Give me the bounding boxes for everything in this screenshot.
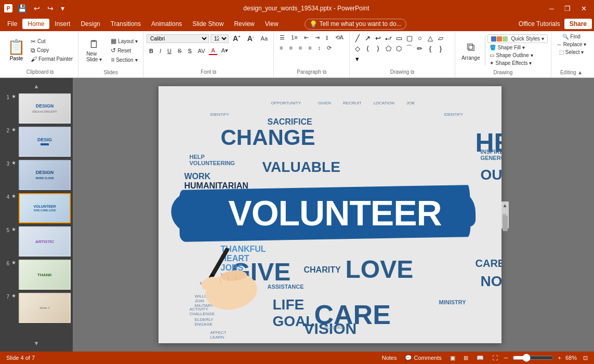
slide-item-6[interactable]: 6 ★ THANK <box>2 260 71 290</box>
slide-item-1[interactable]: 1 ★ DESIGNIDEA●CONCEPT <box>2 93 71 124</box>
menu-transitions[interactable]: Transitions <box>105 19 146 29</box>
increase-indent-btn[interactable]: ⇥ <box>312 33 322 42</box>
text-direction-btn[interactable]: ⟲A <box>333 33 346 42</box>
shape-u-turn[interactable]: ⮐ <box>384 33 393 43</box>
increase-font-btn[interactable]: A+ <box>230 33 243 44</box>
shape-brace-r[interactable]: } <box>436 44 445 53</box>
slide-item-3[interactable]: 3 ★ DESIGNWORD CLOUD <box>2 160 71 190</box>
align-right-btn[interactable]: ≡ <box>296 44 305 52</box>
shape-freeform[interactable]: ✏ <box>415 44 425 53</box>
undo-quick-btn[interactable]: ↩ <box>32 3 42 14</box>
minimize-btn[interactable]: ─ <box>546 4 557 14</box>
section-button[interactable]: ≡ Section ▾ <box>109 56 140 64</box>
menu-review[interactable]: Review <box>229 19 259 29</box>
font-size-select[interactable]: 12 14 18 24 <box>210 34 229 43</box>
italic-btn[interactable]: I <box>157 47 164 55</box>
comments-btn[interactable]: 💬 Comments <box>403 354 443 362</box>
text-highlight-btn[interactable]: A▾ <box>219 46 231 55</box>
line-spacing-btn[interactable]: ↕ <box>315 44 324 52</box>
shape-chevron-l[interactable]: ⟨ <box>363 44 373 53</box>
slide-sorter-btn[interactable]: ⊞ <box>461 354 470 362</box>
underline-btn[interactable]: U <box>165 47 174 55</box>
clipboard-expand-icon[interactable]: ⧉ <box>50 69 54 75</box>
slide-thumb-4[interactable]: VOLUNTEERGIVE CARE LOVE <box>19 193 71 223</box>
slide-show-btn[interactable]: ⛶ <box>490 354 500 361</box>
layout-button[interactable]: ▦ Layout ▾ <box>109 37 140 45</box>
menu-home[interactable]: Home <box>22 19 49 29</box>
ribbon-collapse-btn[interactable]: ▲ <box>577 70 583 75</box>
replace-button[interactable]: ↔ Replace ▾ <box>555 41 588 48</box>
paste-button[interactable]: 📋 Paste <box>5 37 28 62</box>
slide-item-5[interactable]: 5 ★ ARTISTIC <box>2 226 71 257</box>
shape-chevron-r[interactable]: ⟩ <box>374 44 383 53</box>
new-slide-button[interactable]: 🗒 NewSlide ▾ <box>82 35 107 66</box>
copy-button[interactable]: ⧉ Copy <box>29 46 75 55</box>
quick-styles-button[interactable]: Quick Styles ▾ <box>487 34 547 43</box>
restore-btn[interactable]: ❐ <box>561 4 574 14</box>
slide-item-4[interactable]: 4 ★ VOLUNTEERGIVE CARE LOVE <box>2 193 71 223</box>
font-expand-icon[interactable]: ⧉ <box>213 69 216 75</box>
menu-file[interactable]: File <box>2 19 22 29</box>
notes-btn[interactable]: Notes <box>380 354 399 361</box>
menu-slideshow[interactable]: Slide Show <box>187 19 229 29</box>
shape-parallelogram[interactable]: ▱ <box>436 33 445 43</box>
tell-me-input[interactable]: 💡 Tell me what you want to do... <box>305 19 406 30</box>
redo-quick-btn[interactable]: ↪ <box>45 3 56 14</box>
shape-hexagon[interactable]: ⬡ <box>394 44 404 53</box>
shape-pentagon[interactable]: ⬠ <box>384 44 393 53</box>
zoom-slider[interactable] <box>512 354 554 362</box>
shadow-btn[interactable]: S <box>185 47 194 55</box>
office-tutorials-link[interactable]: Office Tutorials <box>514 19 564 29</box>
bullets-btn[interactable]: ☰ <box>277 33 287 42</box>
clear-format-btn[interactable]: Aa <box>258 34 270 43</box>
strikethrough-btn[interactable]: S <box>175 47 184 55</box>
close-btn[interactable]: ✕ <box>578 4 590 14</box>
bold-btn[interactable]: B <box>147 47 156 55</box>
cut-button[interactable]: ✂ Cut <box>29 37 75 46</box>
save-quick-btn[interactable]: 💾 <box>16 3 29 14</box>
scroll-up-btn[interactable]: ▲ <box>501 201 509 209</box>
share-button[interactable]: Share <box>564 19 592 29</box>
zoom-minus-btn[interactable]: ─ <box>504 355 508 361</box>
arrange-button[interactable]: ⧉ Arrange <box>458 35 483 66</box>
shape-outline-button[interactable]: ▭ Shape Outline ▾ <box>487 52 547 59</box>
convert-smartart-btn[interactable]: ⟳ <box>324 44 334 52</box>
decrease-font-btn[interactable]: A- <box>245 33 257 44</box>
menu-animations[interactable]: Animations <box>146 19 187 29</box>
para-expand-icon[interactable]: ⧉ <box>323 69 326 75</box>
numbering-btn[interactable]: 1≡ <box>288 33 300 42</box>
customize-quick-btn[interactable]: ▾ <box>59 3 67 14</box>
reading-view-btn[interactable]: 📖 <box>474 354 486 362</box>
shape-triangle[interactable]: △ <box>426 33 435 43</box>
menu-design[interactable]: Design <box>75 19 105 29</box>
shape-arrow[interactable]: ↗ <box>363 33 373 43</box>
shape-line[interactable]: ╱ <box>353 33 362 43</box>
shape-bent-arrow[interactable]: ↩ <box>374 33 383 43</box>
slide-panel-scroll-up[interactable]: ▲ <box>2 82 71 90</box>
justify-btn[interactable]: ≡ <box>306 44 314 52</box>
decrease-indent-btn[interactable]: ⇤ <box>301 33 311 42</box>
slide-thumb-6[interactable]: THANK <box>19 260 71 290</box>
shape-more[interactable]: ▾ <box>353 54 362 63</box>
slide-thumb-3[interactable]: DESIGNWORD CLOUD <box>19 160 71 190</box>
slide-canvas[interactable]: VOLUNTEER OPPORTUNITY GIVEN RECRUIT LOCA… <box>159 86 501 343</box>
shape-circle[interactable]: ○ <box>415 33 425 43</box>
slide-thumb-1[interactable]: DESIGNIDEA●CONCEPT <box>19 93 71 124</box>
shape-round-rect[interactable]: ▢ <box>405 33 414 43</box>
zoom-plus-btn[interactable]: + <box>558 355 561 361</box>
align-left-btn[interactable]: ≡ <box>277 44 285 52</box>
shape-curve[interactable]: ⌒ <box>405 44 414 53</box>
font-name-select[interactable]: Calibri Arial Times New Roman <box>147 34 209 43</box>
slide-item-7[interactable]: 7 ★ Slide 7 <box>2 293 71 323</box>
shape-diamond[interactable]: ◇ <box>353 44 362 53</box>
shape-fill-button[interactable]: 🪣 Shape Fill ▾ <box>487 44 547 51</box>
format-painter-button[interactable]: 🖌 Format Painter <box>29 55 75 63</box>
slide-thumb-2[interactable]: DESIG <box>19 127 71 157</box>
slide-thumb-7[interactable]: Slide 7 <box>19 293 71 323</box>
slide-item-2[interactable]: 2 ★ DESIG <box>2 127 71 157</box>
slide-thumb-5[interactable]: ARTISTIC <box>19 226 71 257</box>
scroll-thumb[interactable] <box>503 215 508 231</box>
menu-view[interactable]: View <box>260 19 284 29</box>
normal-view-btn[interactable]: ▣ <box>448 354 457 362</box>
fit-window-btn[interactable]: ⊡ <box>581 354 590 362</box>
